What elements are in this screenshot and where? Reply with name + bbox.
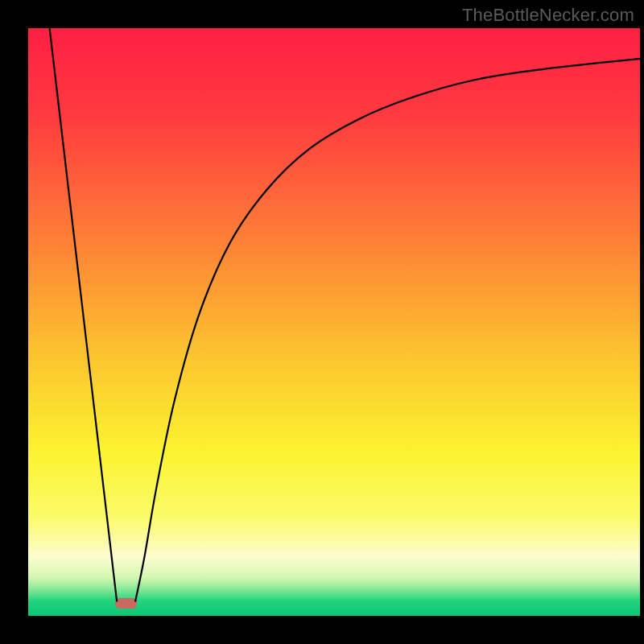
chart-plot <box>28 28 640 616</box>
chart-background <box>28 28 640 616</box>
chart-frame: TheBottleNecker.com <box>0 0 644 644</box>
watermark-text: TheBottleNecker.com <box>462 5 634 26</box>
dip-marker <box>115 598 137 609</box>
